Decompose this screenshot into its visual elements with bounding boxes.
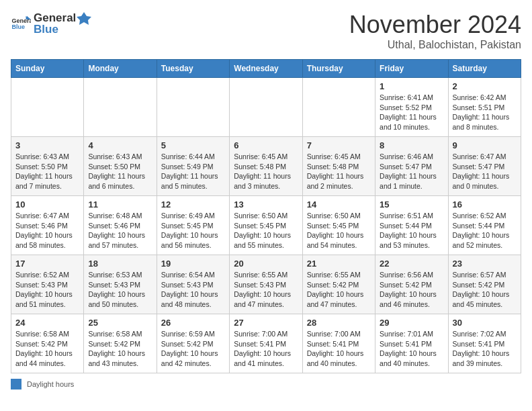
day-number: 18 bbox=[88, 259, 152, 269]
day-number: 30 bbox=[453, 318, 517, 328]
calendar-cell: 13Sunrise: 6:50 AM Sunset: 5:45 PM Dayli… bbox=[230, 196, 302, 255]
calendar-cell: 19Sunrise: 6:54 AM Sunset: 5:43 PM Dayli… bbox=[157, 255, 229, 314]
location-subtitle: Uthal, Balochistan, Pakistan bbox=[349, 39, 521, 51]
day-number: 2 bbox=[453, 81, 517, 91]
calendar-week-row: 17Sunrise: 6:52 AM Sunset: 5:43 PM Dayli… bbox=[11, 255, 521, 314]
calendar-cell: 16Sunrise: 6:52 AM Sunset: 5:44 PM Dayli… bbox=[448, 196, 521, 255]
calendar-cell: 11Sunrise: 6:48 AM Sunset: 5:46 PM Dayli… bbox=[84, 196, 157, 255]
day-info: Sunrise: 6:50 AM Sunset: 5:45 PM Dayligh… bbox=[234, 211, 298, 250]
day-number: 28 bbox=[307, 318, 371, 328]
day-number: 14 bbox=[307, 199, 371, 210]
logo: General Blue General Blue bbox=[11, 11, 92, 36]
calendar-cell: 28Sunrise: 7:00 AM Sunset: 5:41 PM Dayli… bbox=[302, 314, 375, 373]
page-header: General Blue General Blue November 2024 … bbox=[11, 11, 521, 51]
header-row: SundayMondayTuesdayWednesdayThursdayFrid… bbox=[11, 60, 521, 78]
calendar-cell bbox=[302, 78, 375, 137]
day-info: Sunrise: 6:51 AM Sunset: 5:44 PM Dayligh… bbox=[380, 211, 443, 250]
day-info: Sunrise: 6:57 AM Sunset: 5:42 PM Dayligh… bbox=[453, 270, 517, 310]
legend: Daylight hours bbox=[11, 379, 521, 390]
day-of-week-header: Wednesday bbox=[230, 60, 302, 78]
calendar-body: 1Sunrise: 6:41 AM Sunset: 5:52 PM Daylig… bbox=[11, 78, 521, 373]
day-info: Sunrise: 6:45 AM Sunset: 5:48 PM Dayligh… bbox=[307, 152, 371, 191]
day-info: Sunrise: 6:41 AM Sunset: 5:52 PM Dayligh… bbox=[380, 93, 443, 132]
day-info: Sunrise: 6:54 AM Sunset: 5:43 PM Dayligh… bbox=[161, 270, 225, 310]
legend-box bbox=[11, 379, 21, 390]
day-number: 5 bbox=[161, 140, 225, 150]
day-of-week-header: Monday bbox=[84, 60, 157, 78]
calendar-cell: 7Sunrise: 6:45 AM Sunset: 5:48 PM Daylig… bbox=[302, 137, 375, 196]
day-info: Sunrise: 7:00 AM Sunset: 5:41 PM Dayligh… bbox=[307, 329, 371, 369]
day-info: Sunrise: 6:45 AM Sunset: 5:48 PM Dayligh… bbox=[234, 152, 298, 191]
day-info: Sunrise: 6:47 AM Sunset: 5:46 PM Dayligh… bbox=[15, 211, 79, 250]
day-number: 19 bbox=[161, 259, 225, 269]
day-number: 7 bbox=[307, 140, 371, 150]
day-number: 11 bbox=[88, 199, 152, 210]
month-title: November 2024 bbox=[349, 11, 521, 39]
day-number: 1 bbox=[380, 81, 443, 91]
svg-marker-5 bbox=[77, 12, 91, 25]
title-block: November 2024 Uthal, Balochistan, Pakist… bbox=[349, 11, 521, 51]
calendar-week-row: 24Sunrise: 6:58 AM Sunset: 5:42 PM Dayli… bbox=[11, 314, 521, 373]
calendar-cell: 9Sunrise: 6:47 AM Sunset: 5:47 PM Daylig… bbox=[448, 137, 521, 196]
day-info: Sunrise: 6:50 AM Sunset: 5:45 PM Dayligh… bbox=[307, 211, 371, 250]
day-number: 13 bbox=[234, 199, 298, 210]
calendar-cell: 20Sunrise: 6:55 AM Sunset: 5:43 PM Dayli… bbox=[230, 255, 302, 314]
day-info: Sunrise: 6:44 AM Sunset: 5:49 PM Dayligh… bbox=[161, 152, 225, 191]
calendar-cell: 6Sunrise: 6:45 AM Sunset: 5:48 PM Daylig… bbox=[230, 137, 302, 196]
day-info: Sunrise: 6:43 AM Sunset: 5:50 PM Dayligh… bbox=[88, 152, 152, 191]
calendar-cell: 18Sunrise: 6:53 AM Sunset: 5:43 PM Dayli… bbox=[84, 255, 157, 314]
calendar-cell: 14Sunrise: 6:50 AM Sunset: 5:45 PM Dayli… bbox=[302, 196, 375, 255]
day-number: 8 bbox=[380, 140, 443, 150]
calendar-cell: 29Sunrise: 7:01 AM Sunset: 5:41 PM Dayli… bbox=[375, 314, 448, 373]
day-number: 9 bbox=[453, 140, 517, 150]
day-of-week-header: Thursday bbox=[302, 60, 375, 78]
day-info: Sunrise: 6:55 AM Sunset: 5:42 PM Dayligh… bbox=[307, 270, 371, 310]
calendar-cell: 26Sunrise: 6:59 AM Sunset: 5:42 PM Dayli… bbox=[157, 314, 229, 373]
day-number: 29 bbox=[380, 318, 443, 328]
calendar-cell: 1Sunrise: 6:41 AM Sunset: 5:52 PM Daylig… bbox=[375, 78, 448, 137]
day-of-week-header: Saturday bbox=[448, 60, 521, 78]
calendar-cell: 10Sunrise: 6:47 AM Sunset: 5:46 PM Dayli… bbox=[11, 196, 84, 255]
day-number: 15 bbox=[380, 199, 443, 210]
calendar-cell: 22Sunrise: 6:56 AM Sunset: 5:42 PM Dayli… bbox=[375, 255, 448, 314]
day-info: Sunrise: 6:49 AM Sunset: 5:45 PM Dayligh… bbox=[161, 211, 225, 250]
day-number: 16 bbox=[453, 199, 517, 210]
calendar-cell bbox=[84, 78, 157, 137]
calendar-week-row: 1Sunrise: 6:41 AM Sunset: 5:52 PM Daylig… bbox=[11, 78, 521, 137]
day-number: 10 bbox=[15, 199, 79, 210]
day-info: Sunrise: 6:55 AM Sunset: 5:43 PM Dayligh… bbox=[234, 270, 298, 310]
calendar-week-row: 10Sunrise: 6:47 AM Sunset: 5:46 PM Dayli… bbox=[11, 196, 521, 255]
calendar-table: SundayMondayTuesdayWednesdayThursdayFrid… bbox=[11, 59, 521, 373]
day-number: 22 bbox=[380, 259, 443, 269]
calendar-cell: 4Sunrise: 6:43 AM Sunset: 5:50 PM Daylig… bbox=[84, 137, 157, 196]
calendar-cell: 3Sunrise: 6:43 AM Sunset: 5:50 PM Daylig… bbox=[11, 137, 84, 196]
day-info: Sunrise: 6:56 AM Sunset: 5:42 PM Dayligh… bbox=[380, 270, 443, 310]
day-number: 3 bbox=[15, 140, 79, 150]
day-of-week-header: Friday bbox=[375, 60, 448, 78]
day-number: 23 bbox=[453, 259, 517, 269]
day-number: 4 bbox=[88, 140, 152, 150]
calendar-week-row: 3Sunrise: 6:43 AM Sunset: 5:50 PM Daylig… bbox=[11, 137, 521, 196]
day-info: Sunrise: 7:00 AM Sunset: 5:41 PM Dayligh… bbox=[234, 329, 298, 369]
calendar-cell: 21Sunrise: 6:55 AM Sunset: 5:42 PM Dayli… bbox=[302, 255, 375, 314]
day-number: 25 bbox=[88, 318, 152, 328]
logo-icon: General Blue bbox=[11, 13, 31, 34]
day-info: Sunrise: 6:58 AM Sunset: 5:42 PM Dayligh… bbox=[15, 329, 79, 369]
day-info: Sunrise: 6:46 AM Sunset: 5:47 PM Dayligh… bbox=[380, 152, 443, 191]
day-info: Sunrise: 6:59 AM Sunset: 5:42 PM Dayligh… bbox=[161, 329, 225, 369]
calendar-cell: 25Sunrise: 6:58 AM Sunset: 5:42 PM Dayli… bbox=[84, 314, 157, 373]
legend-label: Daylight hours bbox=[27, 380, 74, 388]
day-number: 17 bbox=[15, 259, 79, 269]
day-info: Sunrise: 6:47 AM Sunset: 5:47 PM Dayligh… bbox=[453, 152, 517, 191]
calendar-cell: 2Sunrise: 6:42 AM Sunset: 5:51 PM Daylig… bbox=[448, 78, 521, 137]
calendar-cell: 17Sunrise: 6:52 AM Sunset: 5:43 PM Dayli… bbox=[11, 255, 84, 314]
calendar-cell bbox=[157, 78, 229, 137]
day-of-week-header: Tuesday bbox=[157, 60, 229, 78]
day-number: 12 bbox=[161, 199, 225, 210]
calendar-cell: 12Sunrise: 6:49 AM Sunset: 5:45 PM Dayli… bbox=[157, 196, 229, 255]
calendar-cell: 5Sunrise: 6:44 AM Sunset: 5:49 PM Daylig… bbox=[157, 137, 229, 196]
calendar-cell: 27Sunrise: 7:00 AM Sunset: 5:41 PM Dayli… bbox=[230, 314, 302, 373]
day-number: 26 bbox=[161, 318, 225, 328]
day-info: Sunrise: 6:48 AM Sunset: 5:46 PM Dayligh… bbox=[88, 211, 152, 250]
day-number: 20 bbox=[234, 259, 298, 269]
